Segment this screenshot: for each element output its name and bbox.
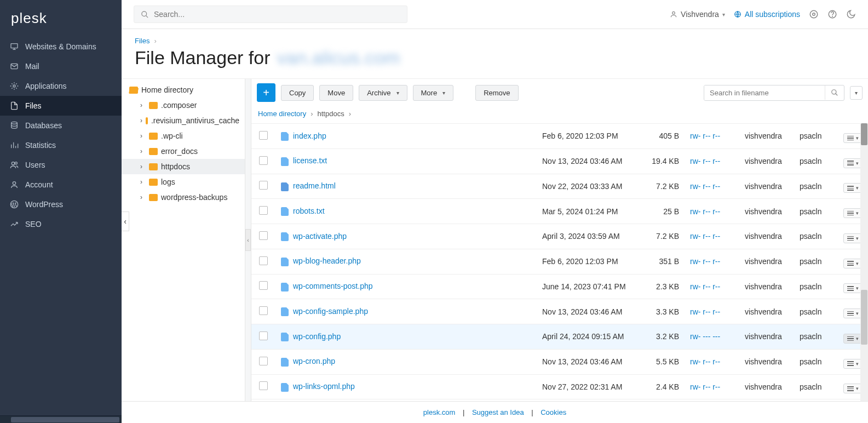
file-name[interactable]: wp-config-sample.php: [293, 307, 368, 316]
row-checkbox[interactable]: [259, 331, 268, 340]
filename-search[interactable]: [704, 85, 844, 101]
file-name[interactable]: wp-cron.php: [293, 357, 335, 365]
file-name[interactable]: wp-comments-post.php: [293, 282, 373, 290]
row-checkbox[interactable]: [259, 281, 268, 290]
row-checkbox[interactable]: [259, 231, 268, 240]
row-checkbox[interactable]: [259, 357, 268, 365]
pane-resizer[interactable]: ‹: [245, 79, 251, 401]
footer-cookies-link[interactable]: Cookies: [541, 408, 566, 416]
file-permissions[interactable]: rw- r-- r--: [685, 349, 739, 374]
archive-button[interactable]: Archive: [359, 85, 407, 101]
file-name[interactable]: wp-config.php: [293, 332, 341, 341]
tree-item--composer[interactable]: ›.composer: [122, 98, 245, 113]
file-row[interactable]: wp-config.phpApril 24, 2024 09:15 AM3.2 …: [251, 324, 868, 350]
file-row[interactable]: wp-activate.phpApril 3, 2024 03:59 AM7.2…: [251, 224, 868, 249]
file-permissions[interactable]: rw- --- ---: [685, 324, 739, 350]
filename-search-input[interactable]: [704, 85, 825, 100]
file-row[interactable]: wp-links-opml.phpNov 27, 2022 02:31 AM2.…: [251, 374, 868, 399]
tree-item-httpdocs[interactable]: ›httpdocs: [122, 159, 245, 174]
row-menu-button[interactable]: ▾: [843, 233, 863, 243]
row-checkbox[interactable]: [259, 156, 268, 165]
file-row[interactable]: wp-comments-post.phpJune 14, 2023 07:41 …: [251, 274, 868, 299]
file-row[interactable]: wp-load.phpJuly 17, 2024 03:56 AM3.8 KBr…: [251, 399, 868, 401]
sidebar-item-databases[interactable]: Databases: [0, 116, 122, 135]
file-permissions[interactable]: rw- r-- r--: [685, 124, 739, 149]
sidebar-scrollbar[interactable]: [0, 415, 122, 423]
file-name[interactable]: readme.html: [293, 181, 336, 190]
search-options-button[interactable]: ▾: [850, 86, 863, 100]
file-permissions[interactable]: rw- r-- r--: [685, 148, 739, 174]
file-name[interactable]: wp-activate.php: [293, 232, 347, 241]
global-search-input[interactable]: [154, 10, 401, 19]
sidebar-collapse-toggle[interactable]: ‹: [122, 211, 129, 231]
tree-item-logs[interactable]: ›logs: [122, 174, 245, 190]
sidebar-item-statistics[interactable]: Statistics: [0, 135, 122, 155]
tree-item-error-docs[interactable]: ›error_docs: [122, 144, 245, 159]
tree-item--wp-cli[interactable]: ›.wp-cli: [122, 128, 245, 144]
row-menu-button[interactable]: ▾: [843, 133, 863, 143]
sidebar-item-wordpress[interactable]: WordPress: [0, 195, 122, 214]
file-row[interactable]: license.txtNov 13, 2024 03:46 AM19.4 KBr…: [251, 148, 868, 174]
file-permissions[interactable]: rw- r-- r--: [685, 224, 739, 249]
file-row[interactable]: wp-config-sample.phpNov 13, 2024 03:46 A…: [251, 299, 868, 324]
row-menu-button[interactable]: ▾: [843, 158, 863, 168]
file-permissions[interactable]: rw- r-- r--: [685, 274, 739, 299]
file-name[interactable]: license.txt: [293, 156, 327, 165]
file-permissions[interactable]: rw- r-- r--: [685, 399, 739, 401]
copy-button[interactable]: Copy: [281, 85, 314, 101]
crumb-home[interactable]: Home directory: [258, 110, 306, 118]
file-row[interactable]: robots.txtMar 5, 2024 01:24 PM25 Brw- r-…: [251, 199, 868, 224]
tree-item--revisium-antivirus-cache[interactable]: ›.revisium_antivirus_cache: [122, 113, 245, 128]
file-name[interactable]: wp-links-opml.php: [293, 382, 355, 391]
global-search[interactable]: [134, 5, 407, 23]
search-icon[interactable]: [825, 85, 844, 100]
file-permissions[interactable]: rw- r-- r--: [685, 299, 739, 324]
file-name[interactable]: index.php: [293, 132, 326, 140]
file-permissions[interactable]: rw- r-- r--: [685, 199, 739, 224]
more-button[interactable]: More: [413, 85, 454, 101]
row-checkbox[interactable]: [259, 256, 268, 265]
row-menu-button[interactable]: ▾: [843, 259, 863, 268]
move-button[interactable]: Move: [319, 85, 353, 101]
dark-mode-icon[interactable]: [846, 9, 856, 19]
row-menu-button[interactable]: ▾: [843, 283, 863, 293]
add-button[interactable]: +: [257, 83, 275, 102]
sidebar-item-websites-domains[interactable]: Websites & Domains: [0, 37, 122, 56]
file-row[interactable]: index.phpFeb 6, 2020 12:03 PM405 Brw- r-…: [251, 124, 868, 149]
file-row[interactable]: readme.htmlNov 22, 2024 03:33 AM7.2 KBrw…: [251, 174, 868, 199]
footer-idea-link[interactable]: Suggest an Idea: [472, 408, 524, 416]
sidebar-item-users[interactable]: Users: [0, 155, 122, 175]
file-name[interactable]: wp-blog-header.php: [293, 256, 361, 265]
sidebar-item-files[interactable]: Files: [0, 96, 122, 116]
row-menu-button[interactable]: ▾: [843, 384, 863, 393]
row-menu-button[interactable]: ▾: [843, 208, 863, 218]
help-icon[interactable]: [827, 9, 837, 19]
extensions-icon[interactable]: [809, 9, 819, 19]
file-row[interactable]: wp-blog-header.phpFeb 6, 2020 12:03 PM35…: [251, 249, 868, 274]
row-menu-button[interactable]: ▾: [843, 183, 863, 193]
file-name[interactable]: robots.txt: [293, 207, 325, 215]
row-menu-button[interactable]: ▾: [843, 359, 863, 369]
vertical-scrollbar[interactable]: [860, 123, 868, 401]
subscriptions-menu[interactable]: All subscriptions: [734, 10, 800, 19]
row-checkbox[interactable]: [259, 306, 268, 315]
file-permissions[interactable]: rw- r-- r--: [685, 174, 739, 199]
sidebar-item-account[interactable]: Account: [0, 175, 122, 195]
tree-item-wordpress-backups[interactable]: ›wordpress-backups: [122, 190, 245, 205]
file-row[interactable]: wp-cron.phpNov 13, 2024 03:46 AM5.5 KBrw…: [251, 349, 868, 374]
row-checkbox[interactable]: [259, 131, 268, 140]
row-menu-button[interactable]: ▾: [843, 308, 863, 318]
file-permissions[interactable]: rw- r-- r--: [685, 249, 739, 274]
row-checkbox[interactable]: [259, 181, 268, 190]
file-permissions[interactable]: rw- r-- r--: [685, 374, 739, 399]
breadcrumb-files[interactable]: Files: [135, 37, 150, 45]
sidebar-item-applications[interactable]: Applications: [0, 76, 122, 96]
sidebar-item-seo[interactable]: SEO: [0, 214, 122, 234]
row-checkbox[interactable]: [259, 206, 268, 215]
row-menu-button[interactable]: ▾: [843, 334, 863, 344]
sidebar-item-mail[interactable]: Mail: [0, 56, 122, 76]
tree-root[interactable]: Home directory: [122, 82, 245, 98]
row-checkbox[interactable]: [259, 381, 268, 390]
footer-plesk-link[interactable]: plesk.com: [423, 408, 456, 416]
remove-button[interactable]: Remove: [475, 85, 518, 101]
